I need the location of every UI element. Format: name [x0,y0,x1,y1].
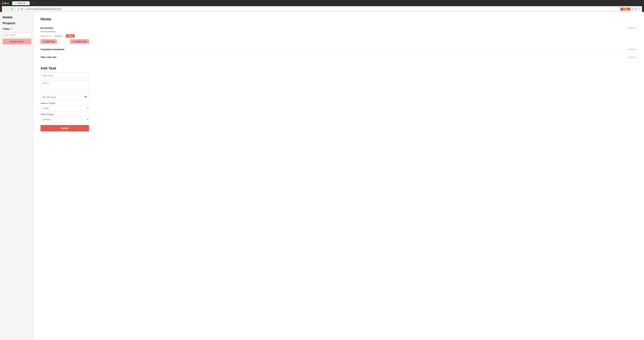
sidebar-home[interactable]: Home [2,15,31,19]
expand-label-2: Expand [628,48,635,50]
expand-icon-3: ⤢ [636,56,638,58]
todo-item-3-header: Take ruby out. Expand ⤢ [40,56,638,58]
todo-item-3: Take ruby out. Expand ⤢ [40,54,638,61]
expand-icon-1: ⤢ [636,27,638,29]
new-todo-field [40,73,638,78]
forward-button[interactable]: › [7,7,9,11]
todo-item-3-title: Take ruby out. [40,56,57,58]
ext-icon-2[interactable]: G [624,7,627,10]
main-content: Home Do laundry Expand ⤢ Do it by evenin… [34,12,644,340]
todo-item-1-meta: 2020-11-20 priority 1 Today [40,34,638,37]
reload-button[interactable]: ↻ [10,7,14,11]
project-select[interactable]: Today [40,105,89,111]
tab-bar: Todo List × + [12,1,34,5]
create-project-button[interactable]: Create Project [2,39,31,44]
add-task-section: Add Task Select a Project Today Select P… [40,66,638,131]
delete-icon-1: ✕ [73,40,74,43]
todo-item-2-header: Complete homework. Expand ⤢ [40,48,638,51]
minimize-button[interactable] [4,2,6,4]
sidebar-projects: Projects [2,21,31,25]
priority-select[interactable]: priority 1 [40,116,89,122]
address-prefix: File [20,8,23,10]
ext-icon-6[interactable]: ⋮ [638,7,640,10]
tab-close-button[interactable]: × [27,2,28,4]
date-field [40,94,638,100]
todo-item-3-expand[interactable]: Expand ⤢ [628,56,638,58]
todo-item-1-title: Do laundry [40,26,53,29]
address-lock-icon: 🔒 [17,8,19,10]
ext-icon-3[interactable]: 🦊 [627,7,630,10]
app-container: Home Projects Today 0 Create Project Hom… [0,12,644,340]
sidebar-today[interactable]: Today 0 [2,27,31,30]
new-tab-button[interactable]: + [30,1,34,5]
traffic-lights [2,2,9,4]
tab-favicon [14,2,16,4]
todo-item-1-tag: Today [66,34,74,37]
title-bar: Todo List × + [2,1,642,5]
notes-field [40,80,638,92]
todo-item-2: Complete homework. Expand ⤢ [40,46,638,54]
new-project-input[interactable] [2,32,31,37]
todo-item-1-expand[interactable]: Expand ⤢ [628,27,638,29]
todo-item-1-header: Do laundry Expand ⤢ [40,26,638,29]
add-task-title: Add Task [40,66,638,70]
back-button[interactable]: ‹ [4,7,6,11]
submit-button[interactable]: Submit [40,125,89,131]
edit-todo-button-1[interactable]: ✏ Edit Todo [40,39,57,44]
todo-item-2-title: Complete homework. [40,48,65,51]
sidebar: Home Projects Today 0 Create Project [0,12,34,340]
expand-icon-2: ⤢ [636,48,638,50]
nav-bar: ‹ › ↻ 🔒 File | /Users/umar/Desktop/todo/… [2,6,642,12]
active-tab[interactable]: Todo List × [12,1,30,5]
todo-item-1-notes: Do it by evening. [40,30,638,33]
todo-item-1-priority: priority 1 [54,35,63,37]
today-count-badge: 0 [10,27,12,30]
expand-label-3: Expand [628,56,635,58]
delete-label-1: Delete Todo [75,40,86,43]
ext-icon-1[interactable]: R [620,7,624,10]
browser-chrome: Todo List × + ‹ › ↻ 🔒 File | /Users/umar… [0,0,644,12]
page-title: Home [40,17,638,21]
ext-icon-4[interactable]: ★ [631,7,634,10]
maximize-button[interactable] [7,2,9,4]
address-separator: | [24,8,25,10]
edit-icon-1: ✏ [43,40,45,43]
close-button[interactable] [2,2,4,4]
todo-item-1-date: 2020-11-20 [40,35,51,37]
edit-label-1: Edit Todo [46,40,54,43]
todo-item-1-actions: ✏ Edit Todo ✕ Delete Todo [40,39,89,44]
ext-icon-5[interactable]: ☰ [634,7,637,10]
todo-list: Do laundry Expand ⤢ Do it by evening. 20… [40,25,638,61]
notes-textarea[interactable] [40,80,89,92]
priority-select-label: Select Priority [40,113,638,116]
todo-item-2-expand[interactable]: Expand ⤢ [628,48,638,50]
address-bar[interactable]: 🔒 File | /Users/umar/Desktop/todo/dist/i… [15,7,619,11]
tab-title: Todo List [17,2,25,4]
new-todo-input[interactable] [40,73,89,78]
extension-icons: R G 🦊 ★ ☰ ⋮ [620,7,640,10]
date-input[interactable] [40,94,89,100]
priority-select-field: Select Priority priority 1 [40,113,638,122]
address-url: /Users/umar/Desktop/todo/dist/index.html [26,8,61,10]
todo-item-1: Do laundry Expand ⤢ Do it by evening. 20… [40,25,638,46]
sidebar-today-label: Today [2,27,10,30]
expand-label-1: Expand [628,27,635,29]
delete-todo-button-1[interactable]: ✕ Delete Todo [70,39,89,44]
project-select-label: Select a Project [40,102,638,104]
project-select-field: Select a Project Today [40,102,638,111]
